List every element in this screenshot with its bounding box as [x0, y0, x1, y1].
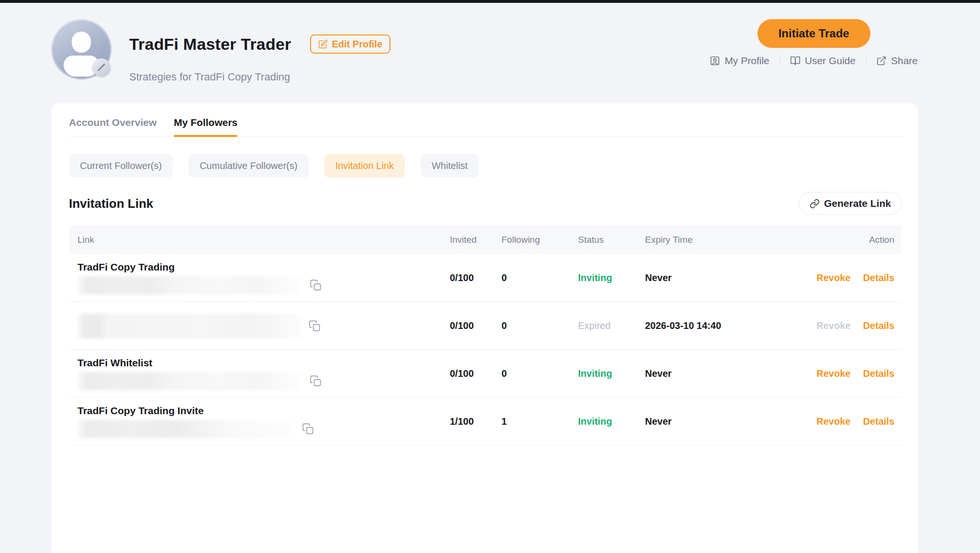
avatar-person-icon [72, 32, 91, 53]
copy-icon[interactable] [302, 423, 314, 435]
redacted-link-url [78, 372, 301, 390]
quick-links: My Profile User Guide Share [710, 55, 918, 67]
table-header: Link Invited Following Status Expiry Tim… [69, 226, 902, 254]
expiry-cell: Never [645, 272, 781, 283]
id-card-icon [710, 56, 720, 66]
following-cell: 0 [501, 272, 578, 283]
column-invited: Invited [444, 235, 501, 245]
filter-cumulative-followers[interactable]: Cumulative Follower(s) [189, 154, 309, 178]
invited-cell: 0/100 [444, 320, 501, 331]
filter-invitation-link[interactable]: Invitation Link [324, 154, 405, 178]
following-cell: 1 [501, 416, 578, 427]
following-cell: 0 [501, 320, 578, 331]
divider [866, 56, 866, 66]
content-card: Account Overview My Followers Current Fo… [51, 103, 918, 553]
follower-filters: Current Follower(s) Cumulative Follower(… [69, 154, 902, 178]
redacted-link-url [78, 314, 301, 339]
redacted-link-url [78, 420, 294, 438]
profile-subtitle: Strategies for TradFi Copy Trading [129, 71, 390, 83]
column-status: Status [578, 235, 645, 245]
divider [780, 56, 780, 66]
invitation-link-table: Link Invited Following Status Expiry Tim… [69, 226, 902, 446]
my-profile-label: My Profile [724, 55, 769, 67]
generate-link-button[interactable]: Generate Link [799, 192, 902, 215]
copy-icon[interactable] [310, 375, 322, 387]
table-row: TradFi Copy Trading 0/100 0 Inviting Nev… [69, 254, 902, 302]
share-label: Share [891, 55, 918, 67]
tabs: Account Overview My Followers [69, 103, 902, 136]
expiry-cell: Never [645, 416, 781, 427]
edit-profile-label: Edit Profile [332, 39, 382, 50]
revoke-link[interactable]: Revoke [816, 416, 850, 427]
tab-account-overview[interactable]: Account Overview [69, 117, 156, 136]
copy-icon[interactable] [309, 320, 321, 332]
avatar [51, 19, 111, 79]
expiry-cell: 2026-03-10 14:40 [645, 320, 781, 331]
status-cell: Expired [578, 320, 645, 331]
expiry-cell: Never [645, 368, 781, 379]
table-row: TradFi Whitelist 0/100 0 Inviting Never … [69, 350, 902, 398]
invited-cell: 0/100 [444, 368, 501, 379]
section-title: Invitation Link [69, 196, 153, 211]
edit-profile-button[interactable]: Edit Profile [310, 34, 390, 54]
status-cell: Inviting [578, 272, 645, 283]
page-title: TradFi Master Trader [129, 35, 291, 54]
share-link[interactable]: Share [876, 55, 918, 67]
book-icon [790, 56, 801, 66]
column-action: Action [781, 235, 902, 245]
redacted-link-url [78, 276, 301, 294]
column-expiry: Expiry Time [645, 235, 781, 245]
revoke-link: Revoke [816, 320, 850, 331]
edit-icon [318, 39, 328, 49]
details-link[interactable]: Details [863, 320, 894, 331]
status-cell: Inviting [578, 368, 645, 379]
column-link: Link [69, 235, 444, 245]
details-link[interactable]: Details [863, 416, 894, 427]
link-name: TradFi Copy Trading [78, 261, 175, 273]
initiate-trade-button[interactable]: Initiate Trade [757, 19, 870, 48]
status-cell: Inviting [578, 416, 645, 427]
table-body: TradFi Copy Trading 0/100 0 Inviting Nev… [69, 254, 902, 446]
invited-cell: 0/100 [444, 272, 501, 283]
filter-whitelist[interactable]: Whitelist [421, 154, 479, 178]
external-link-icon [876, 56, 887, 66]
details-link[interactable]: Details [863, 368, 894, 379]
table-row: TradFi Copy Trading Invite 1/100 1 Invit… [69, 398, 902, 446]
link-name: TradFi Whitelist [78, 357, 152, 369]
details-link[interactable]: Details [863, 272, 894, 283]
tab-my-followers[interactable]: My Followers [174, 117, 237, 136]
revoke-link[interactable]: Revoke [816, 368, 850, 379]
profile-header: TradFi Master Trader Edit Profile Strate… [0, 3, 980, 83]
chain-link-icon [810, 199, 820, 209]
table-row: 0/100 0 Expired 2026-03-10 14:40 Revoke … [69, 302, 902, 350]
revoke-link[interactable]: Revoke [816, 272, 850, 283]
avatar-edit-badge-icon [92, 58, 111, 77]
link-name: TradFi Copy Trading Invite [78, 405, 204, 417]
user-guide-link[interactable]: User Guide [790, 55, 856, 67]
following-cell: 0 [501, 368, 578, 379]
generate-link-label: Generate Link [824, 198, 891, 209]
column-following: Following [501, 235, 578, 245]
invited-cell: 1/100 [444, 416, 501, 427]
my-profile-link[interactable]: My Profile [710, 55, 769, 67]
filter-current-followers[interactable]: Current Follower(s) [69, 154, 173, 178]
user-guide-label: User Guide [805, 55, 856, 67]
copy-icon[interactable] [310, 279, 322, 292]
